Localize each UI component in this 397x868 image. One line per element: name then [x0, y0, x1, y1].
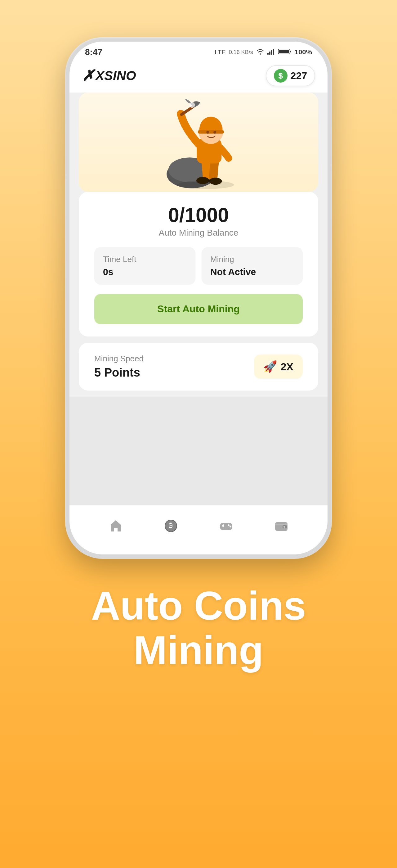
content-area — [69, 397, 328, 505]
logo-x: ✗ — [82, 68, 94, 83]
time-left-value: 0s — [103, 267, 187, 277]
mining-info-row: Time Left 0s Mining Not Active — [94, 247, 303, 285]
time-left-label: Time Left — [103, 254, 187, 264]
svg-point-29 — [284, 526, 285, 528]
mining-banner — [79, 93, 318, 192]
page-title-line2: Mining — [91, 628, 306, 673]
battery-percent: 100% — [295, 48, 312, 56]
svg-rect-30 — [275, 524, 288, 525]
speed-indicator: 0.16 KB/s — [229, 49, 253, 56]
svg-point-12 — [209, 178, 222, 185]
status-bar: 8:47 LTE 0.16 KB/s — [69, 41, 328, 60]
bitcoin-cloud-icon: ₿ — [163, 518, 179, 534]
gamepad-icon — [218, 518, 234, 534]
svg-point-26 — [230, 526, 231, 527]
app-logo: ✗ XSINO — [82, 68, 136, 83]
phone-screen: 8:47 LTE 0.16 KB/s — [69, 41, 328, 554]
svg-point-11 — [196, 177, 209, 184]
svg-rect-1 — [269, 52, 270, 55]
phone-frame: 8:47 LTE 0.16 KB/s — [65, 37, 332, 559]
svg-point-25 — [228, 524, 230, 526]
page-title: Auto Coins Mining — [91, 584, 306, 673]
mining-status-card: Mining Not Active — [202, 247, 303, 285]
status-time: 8:47 — [85, 47, 102, 57]
status-icons: LTE 0.16 KB/s — [214, 48, 312, 57]
svg-rect-3 — [273, 49, 274, 55]
home-icon — [108, 518, 124, 534]
mining-stats-card: 0/1000 Auto Mining Balance Time Left 0s … — [79, 192, 318, 337]
mining-balance-label: Auto Mining Balance — [94, 228, 303, 238]
dollar-icon: $ — [274, 69, 288, 83]
wifi-icon — [256, 49, 264, 56]
svg-point-17 — [213, 131, 216, 133]
time-left-card: Time Left 0s — [94, 247, 195, 285]
miner-illustration — [79, 93, 318, 192]
app-header: ✗ XSINO $ 227 — [69, 60, 328, 93]
speed-multiplier-badge[interactable]: 🚀 2X — [254, 354, 303, 379]
lte-icon: LTE — [214, 49, 226, 56]
mining-balance-number: 0/1000 — [94, 204, 303, 226]
auto-mining-balance: 0/1000 Auto Mining Balance — [94, 204, 303, 238]
svg-point-18 — [189, 102, 195, 108]
signal-icon — [267, 49, 275, 56]
wallet-icon — [273, 518, 289, 534]
speed-info: Mining Speed 5 Points — [94, 354, 143, 379]
svg-rect-2 — [271, 50, 272, 55]
nav-home[interactable] — [98, 513, 133, 539]
svg-rect-24 — [223, 524, 224, 527]
logo-sino: XSINO — [96, 68, 136, 83]
rocket-icon: 🚀 — [263, 360, 277, 373]
battery-icon — [278, 48, 292, 57]
balance-badge[interactable]: $ 227 — [266, 65, 315, 86]
mining-status-value: Not Active — [210, 267, 294, 277]
svg-point-16 — [206, 131, 209, 133]
balance-amount: 227 — [291, 70, 307, 82]
page-title-line1: Auto Coins — [91, 584, 306, 628]
svg-rect-15 — [198, 130, 224, 133]
speed-multiplier-value: 2X — [280, 361, 293, 373]
mining-status-label: Mining — [210, 254, 294, 264]
start-mining-button[interactable]: Start Auto Mining — [94, 294, 303, 324]
svg-rect-0 — [267, 53, 269, 55]
svg-text:₿: ₿ — [169, 522, 172, 529]
bottom-navigation: ₿ — [69, 505, 328, 554]
svg-rect-5 — [279, 50, 289, 53]
nav-mining[interactable]: ₿ — [154, 513, 188, 539]
speed-label: Mining Speed — [94, 354, 143, 364]
speed-card: Mining Speed 5 Points 🚀 2X — [79, 343, 318, 391]
nav-wallet[interactable] — [264, 513, 299, 539]
nav-games[interactable] — [209, 513, 243, 539]
speed-value: 5 Points — [94, 366, 143, 379]
